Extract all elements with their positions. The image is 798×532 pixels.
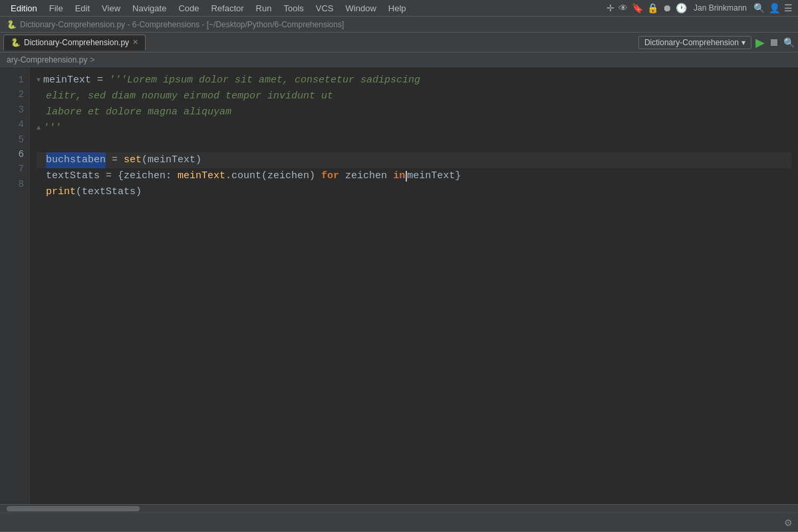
- terminal-settings-icon[interactable]: ⚙: [784, 517, 793, 528]
- plus-icon[interactable]: ✛: [606, 3, 614, 13]
- scrollbar-thumb[interactable]: [7, 506, 140, 511]
- file-icon: 🐍: [7, 20, 17, 29]
- menu-edit[interactable]: Edit: [70, 2, 95, 15]
- editor-container: 1 2 3 4 5 6 7 8 ▼ meinText = '''Lorem ip…: [0, 67, 798, 512]
- run-button[interactable]: ▶: [755, 35, 765, 50]
- active-tab[interactable]: 🐍 Dictionary-Comprehension.py ✕: [3, 35, 146, 51]
- code-area[interactable]: ▼ meinText = '''Lorem ipsum dolor sit am…: [30, 67, 798, 504]
- breadcrumb-separator: >: [90, 55, 94, 65]
- menu-code[interactable]: Code: [173, 2, 204, 15]
- menu-navigate[interactable]: Navigate: [127, 2, 172, 15]
- line-num-5: 5: [0, 132, 29, 147]
- menu-bar: Edition File Edit View Navigate Code Ref…: [5, 2, 793, 15]
- line-num-4: 4: [0, 117, 29, 132]
- title-bar: Edition File Edit View Navigate Code Ref…: [0, 0, 798, 17]
- line-numbers: 1 2 3 4 5 6 7 8: [0, 67, 30, 504]
- line-num-6: 6: [0, 147, 29, 162]
- line-num-7: 7: [0, 162, 29, 176]
- code-line-1: ▼ meinText = '''Lorem ipsum dolor sit am…: [37, 72, 791, 88]
- selected-buchstaben: buchstaben: [46, 152, 106, 168]
- list-icon[interactable]: ☰: [784, 3, 793, 13]
- code-line-7: textStats = {zeichen: meinText .count(ze…: [37, 168, 791, 184]
- menu-vcs[interactable]: VCS: [311, 2, 339, 15]
- fold-arrow-4[interactable]: ▲: [37, 123, 41, 134]
- search-icon[interactable]: 🔍: [753, 3, 765, 13]
- tab-close-button[interactable]: ✕: [132, 38, 138, 47]
- avatar-icon[interactable]: 👤: [769, 3, 780, 13]
- run-config-name: Dictionary-Comprehension: [644, 38, 739, 47]
- eye-icon[interactable]: 👁: [618, 3, 628, 13]
- code-line-2: elitr, sed diam nonumy eirmod tempor inv…: [37, 88, 791, 104]
- line-num-1: 1: [0, 72, 29, 87]
- code-line-4: ▲ ''': [37, 120, 791, 136]
- code-line-6: buchstaben = set (meinText): [37, 152, 791, 168]
- menu-edition[interactable]: Edition: [5, 2, 43, 15]
- menu-file[interactable]: File: [44, 2, 68, 15]
- breadcrumb-file[interactable]: ary-Comprehension.py: [7, 55, 87, 65]
- menu-right-icons: ✛ 👁 🔖 🔒 ⏺ 🕐 Jan Brinkmann 🔍 👤 ☰: [606, 3, 793, 13]
- line-num-8: 8: [0, 177, 29, 192]
- code-line-5: [37, 136, 791, 152]
- run-controls: Dictionary-Comprehension ▾ ▶ ⏹ 🔍: [638, 35, 795, 50]
- line-num-3: 3: [0, 102, 29, 117]
- code-line-8: print (textStats): [37, 184, 791, 200]
- menu-help[interactable]: Help: [383, 2, 412, 15]
- menu-run[interactable]: Run: [251, 2, 277, 15]
- menu-window[interactable]: Window: [340, 2, 382, 15]
- code-line-3: labore et dolore magna aliquyam: [37, 104, 791, 120]
- chevron-down-icon: ▾: [741, 38, 745, 47]
- breadcrumb: ary-Comprehension.py >: [0, 53, 798, 67]
- toolbar-search-button[interactable]: 🔍: [783, 37, 795, 48]
- toolbar: 🐍 Dictionary-Comprehension.py ✕ Dictiona…: [0, 33, 798, 53]
- menu-refactor[interactable]: Refactor: [205, 2, 249, 15]
- fold-arrow-1[interactable]: ▼: [37, 75, 41, 86]
- terminal: ⚙ /k/Versions/3.6/bin/python3.6 /Users/j…: [0, 512, 798, 532]
- run-config-dropdown[interactable]: Dictionary-Comprehension ▾: [638, 36, 751, 49]
- terminal-toolbar: ⚙: [0, 513, 798, 532]
- horizontal-scrollbar[interactable]: [0, 504, 798, 512]
- stop-button[interactable]: ⏹: [769, 37, 779, 49]
- file-path: Dictionary-Comprehension.py - 6-Comprehe…: [20, 20, 344, 29]
- history-icon[interactable]: 🕐: [676, 3, 687, 13]
- menu-tools[interactable]: Tools: [278, 2, 309, 15]
- line-num-2: 2: [0, 87, 29, 102]
- user-name: Jan Brinkmann: [694, 3, 747, 13]
- editor[interactable]: 1 2 3 4 5 6 7 8 ▼ meinText = '''Lorem ip…: [0, 67, 798, 504]
- path-bar: 🐍 Dictionary-Comprehension.py - 6-Compre…: [0, 17, 798, 33]
- menu-view[interactable]: View: [96, 2, 126, 15]
- tab-filename: Dictionary-Comprehension.py: [24, 38, 129, 47]
- power-icon[interactable]: ⏺: [662, 3, 672, 13]
- bookmark-icon[interactable]: 🔖: [632, 3, 643, 13]
- tab-icon: 🐍: [11, 38, 21, 47]
- lock-icon[interactable]: 🔒: [647, 3, 658, 13]
